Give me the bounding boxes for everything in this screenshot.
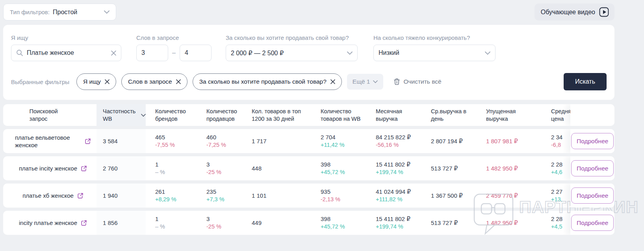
- clear-all-button[interactable]: Очистить всё: [393, 78, 441, 85]
- price-range-select[interactable]: 2 000 ₽ — 2 500 ₽: [226, 45, 358, 61]
- clear-search-icon[interactable]: [111, 51, 116, 56]
- top-bar: Тип фильтров: Простой Обучающее видео: [3, 4, 614, 21]
- cell-brands: 261 +8,29 %: [146, 184, 197, 208]
- cell-products-wb: 398 +45,72 %: [311, 211, 366, 235]
- chip-label: Слов в запросе: [128, 78, 172, 85]
- filter-chip-search[interactable]: Я ищу: [76, 73, 116, 90]
- details-column-panel: [570, 104, 614, 126]
- header-query: Поисковой запрос: [3, 104, 97, 126]
- selected-filters-row: Выбранные фильтры Я ищу Слов в запросе З…: [11, 73, 607, 90]
- words-count-label: Слов в запросе: [136, 34, 212, 41]
- external-link-icon[interactable]: [81, 220, 87, 226]
- external-link-icon[interactable]: [85, 138, 91, 144]
- cell-sellers: 3 -25 %: [197, 156, 242, 180]
- details-button[interactable]: Подробнее: [571, 133, 614, 149]
- query-text: платье incity женское: [19, 165, 77, 172]
- cell-monthly-revenue: 15 411 802 ₽ +199,74 %: [366, 211, 421, 235]
- range-dash: –: [172, 49, 176, 56]
- cell-lost-revenue: 2 459 770 ₽: [477, 184, 542, 208]
- words-min-value: 3: [141, 49, 163, 56]
- cell-query: платье вельветовое женское: [3, 129, 97, 153]
- filter-type-label: Тип фильтров:: [10, 9, 50, 15]
- filter-type-select[interactable]: Тип фильтров: Простой: [3, 4, 116, 21]
- table-header: Поисковой запрос Частотность WB Количест…: [3, 104, 614, 126]
- cell-lost-revenue: 1 482 950 ₽: [477, 211, 542, 235]
- words-min-input[interactable]: 3: [136, 45, 168, 61]
- filter-type-value: Простой: [53, 8, 77, 16]
- external-link-icon[interactable]: [77, 193, 84, 199]
- header-avg-revenue-day: Ср.выручка в день: [421, 104, 477, 126]
- remove-chip-icon[interactable]: [330, 79, 335, 84]
- cell-frequency: 2 760: [97, 156, 146, 180]
- more-filters-label: Ещё 1: [353, 78, 370, 85]
- search-icon: [16, 49, 23, 56]
- details-button[interactable]: Подробнее: [571, 187, 614, 204]
- cell-avg-revenue-day: 513 727 ₽: [421, 156, 477, 180]
- header-products-wb: Количество товаров на WB: [311, 104, 366, 126]
- header-brands: Количество брендов: [146, 104, 197, 126]
- details-column-panel: Подробнее: [570, 184, 614, 208]
- cell-top1200: 448: [242, 156, 311, 180]
- header-sellers: Количество продавцов: [197, 104, 242, 126]
- cell-brands: 1 – %: [146, 156, 197, 180]
- words-max-input[interactable]: 4: [180, 45, 212, 61]
- cell-sellers: 460 -7,25 %: [197, 129, 242, 153]
- results-table: Поисковой запрос Частотность WB Количест…: [3, 104, 614, 235]
- details-column-panel: Подробнее: [570, 129, 614, 153]
- selected-filters-label: Выбранные фильтры: [11, 79, 69, 85]
- table-body: платье вельветовое женское 3 584 465 -7,…: [3, 129, 614, 235]
- query-text: платье вельветовое женское: [15, 134, 81, 149]
- query-text: incity платье женское: [19, 219, 77, 227]
- cell-query: incity платье женское: [3, 211, 97, 235]
- tutorial-video-label: Обучающее видео: [541, 9, 595, 16]
- details-button[interactable]: Подробнее: [571, 215, 614, 231]
- search-label: Я ищу: [11, 34, 121, 41]
- filter-chip-price[interactable]: За сколько вы хотите продавать свой това…: [193, 73, 342, 90]
- cell-monthly-revenue: 15 411 802 ₽ +199,74 %: [366, 156, 421, 180]
- filters-panel: Я ищу Платье женское Слов в запросе 3: [3, 25, 614, 100]
- details-button[interactable]: Подробнее: [571, 160, 614, 176]
- words-max-value: 4: [185, 49, 206, 56]
- cell-brands: 1 – %: [146, 211, 197, 235]
- cell-lost-revenue: 1 482 950 ₽: [477, 156, 542, 180]
- tutorial-video-button[interactable]: Обучающее видео: [535, 4, 614, 21]
- header-lost-revenue: Упущенная выручка: [477, 104, 542, 126]
- price-range-value: 2 000 ₽ — 2 500 ₽: [231, 49, 343, 57]
- chip-label: Я ищу: [83, 78, 101, 85]
- cell-frequency: 3 584: [97, 129, 146, 153]
- table-row: платье вельветовое женское 3 584 465 -7,…: [3, 129, 614, 153]
- search-button[interactable]: Искать: [564, 73, 607, 90]
- cell-products-wb: 2 704 +11,42 %: [311, 129, 366, 153]
- search-input[interactable]: Платье женское: [11, 45, 121, 61]
- chevron-down-icon: [347, 51, 353, 55]
- details-column-panel: Подробнее: [570, 211, 614, 235]
- cell-frequency: 1 940: [97, 184, 146, 208]
- table-row: incity платье женское 1 856 1 – % 3 -25 …: [3, 211, 614, 235]
- cell-monthly-revenue: 41 024 994 ₽ +111,82 %: [366, 184, 421, 208]
- cell-avg-revenue-day: 2 807 194 ₽: [421, 129, 477, 153]
- header-frequency[interactable]: Частотность WB: [97, 104, 146, 126]
- competition-value: Низкий: [379, 49, 481, 56]
- chevron-down-icon: [373, 80, 378, 83]
- cell-frequency: 1 856: [97, 211, 146, 235]
- sort-chevron-icon[interactable]: [141, 114, 146, 117]
- competition-label: На сколько тяжело конкурировать?: [373, 34, 496, 41]
- chip-label: За сколько вы хотите продавать свой това…: [199, 78, 327, 85]
- more-filters-button[interactable]: Ещё 1: [347, 74, 384, 90]
- play-icon: [599, 7, 609, 17]
- search-input-value: Платье женское: [27, 49, 108, 56]
- remove-chip-icon[interactable]: [176, 79, 181, 84]
- price-range-label: За сколько вы хотите продавать свой това…: [226, 34, 358, 41]
- header-monthly-revenue: Месячная выручка: [366, 104, 421, 126]
- filter-chip-words[interactable]: Слов в запросе: [121, 73, 187, 90]
- cell-top1200: 449: [242, 211, 311, 235]
- cell-avg-revenue-day: 513 727 ₽: [421, 211, 477, 235]
- remove-chip-icon[interactable]: [105, 79, 109, 84]
- competition-select[interactable]: Низкий: [373, 45, 496, 61]
- external-link-icon[interactable]: [81, 165, 87, 172]
- chevron-down-icon: [485, 51, 490, 55]
- cell-lost-revenue: 1 807 981 ₽: [477, 129, 542, 153]
- cell-query: платье incity женское: [3, 156, 97, 180]
- header-top1200: Кол. товаров в топ 1200 за 30 дней: [242, 104, 311, 126]
- cell-top1200: 1 717: [242, 129, 311, 153]
